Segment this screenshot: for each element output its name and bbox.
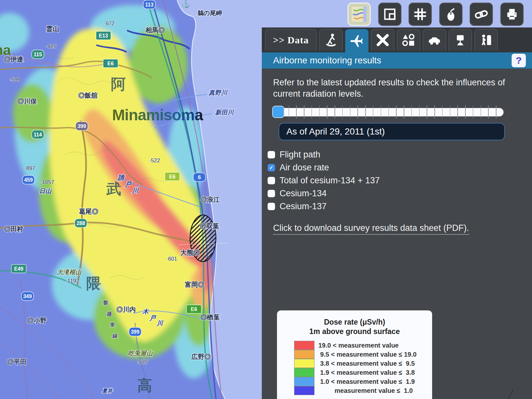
map-label: 大滝根山: [57, 269, 82, 275]
tab-car-survey[interactable]: [423, 29, 446, 51]
download-pdf-link[interactable]: Click to download survey results data sh…: [273, 223, 469, 235]
tab-airborne-monitoring[interactable]: [345, 29, 368, 53]
map-label: ◎双葉: [200, 222, 219, 230]
checkbox[interactable]: [268, 151, 275, 158]
legend-swatch-yellow: [294, 359, 314, 368]
legend-swatch-blue: [294, 386, 314, 395]
checkbox-label: Total of cesium-134 + 137: [280, 176, 380, 186]
layer-checkbox-list: Flight path ✓ Air dose rate Total of ces…: [268, 148, 521, 213]
tab-personal-dosimeter[interactable]: [474, 29, 498, 51]
road-badge: E13: [96, 31, 111, 40]
checkbox-row-cesium-134[interactable]: Cesium-134: [268, 187, 521, 200]
road-badge: 349: [21, 292, 34, 301]
link-icon: [474, 7, 489, 22]
map-label: ◎田村: [4, 225, 23, 232]
checkbox-row-flight-path[interactable]: Flight path: [268, 148, 521, 161]
map-label: 真野川: [208, 89, 228, 96]
tab-monitoring-post[interactable]: [449, 29, 472, 51]
legend-row: 3.8 < measurement value ≤ 9.5: [294, 359, 432, 368]
legend-row: 1.9 < measurement value ≤ 3.8: [294, 368, 432, 377]
map-label: ·522: [149, 157, 160, 164]
map-label: 隈: [86, 275, 101, 292]
map-label: ◎浪江: [200, 196, 220, 203]
map-label: 線: [112, 333, 118, 339]
intro-text: Refer to the latest updated results to c…: [273, 77, 514, 100]
svg-text:E49: E49: [14, 266, 24, 272]
panel-body: Refer to the latest updated results to c…: [262, 77, 532, 399]
legend-row: 19.0 < measurement value: [294, 341, 432, 350]
road-badge: E6: [103, 59, 118, 68]
checkbox-row-air-dose-rate[interactable]: ✓ Air dose rate: [268, 161, 521, 174]
dose-legend-card: Dose rate (μSv/h) 1m above ground surfac…: [277, 310, 432, 399]
svg-text:288: 288: [77, 221, 85, 226]
toolbar-button-print[interactable]: [500, 3, 524, 26]
tab-walking-survey[interactable]: [319, 29, 343, 51]
date-slider[interactable]: [273, 107, 504, 116]
toolbar-button-mouse[interactable]: [439, 3, 463, 26]
toolbar-button-link[interactable]: [470, 3, 493, 26]
map-label: ·875: [137, 359, 148, 365]
map-label: 日山: [39, 188, 52, 194]
map-label: ⚓: [181, 0, 190, 8]
map-label: ◎川内: [116, 306, 136, 313]
checkbox-row-cesium-137[interactable]: Cesium-137: [268, 200, 521, 213]
tab-data[interactable]: >> Data: [265, 29, 317, 51]
slider-handle[interactable]: [272, 106, 284, 118]
map-label: 新田川: [215, 109, 234, 116]
map-label: ◎川俣: [17, 98, 37, 105]
tab-soil-sampling[interactable]: [397, 29, 420, 51]
map-label: ·1057: [40, 179, 54, 185]
map-label: 相馬◎: [145, 27, 165, 34]
svg-text:459: 459: [24, 177, 33, 183]
legend-swatch-green: [294, 368, 314, 377]
checkbox-label: Cesium-134: [280, 189, 327, 199]
printer-icon: [505, 7, 519, 22]
svg-text:E6: E6: [107, 61, 114, 66]
legend-row: measurement value ≤ 1.0: [294, 386, 432, 395]
map-label: Minamisoma: [112, 106, 203, 124]
map-label: ◎楢葉: [200, 314, 220, 321]
svg-text:113: 113: [145, 2, 154, 7]
layout-frame-icon: [382, 7, 397, 22]
checkbox-label: Cesium-137: [280, 201, 327, 211]
legend-rows: 19.0 < measurement value 9.5 < measureme…: [294, 341, 432, 395]
mouse-icon: [443, 7, 458, 22]
legend-swatch-red: [294, 341, 314, 350]
map-label: 戸: [149, 315, 157, 321]
checkbox[interactable]: ✓: [268, 164, 275, 171]
road-badge: 114: [32, 130, 44, 139]
rotor-blades-icon: [375, 33, 390, 48]
map-label: ◎平田: [7, 358, 27, 365]
road-badge: 288: [75, 219, 87, 228]
road-badge: 115: [32, 50, 44, 59]
tab-rotor-survey[interactable]: [371, 29, 394, 51]
svg-text:115: 115: [34, 52, 42, 57]
map-label: 霊山: [46, 25, 59, 32]
toolbar-button-layout[interactable]: [378, 3, 401, 26]
map-label: ◎小野: [27, 317, 47, 324]
map-label: 鵜の尾岬: [197, 10, 222, 16]
map-label: 葛尾◎: [79, 208, 98, 215]
car-icon: [427, 33, 442, 48]
side-panel: >> Data: [262, 27, 532, 399]
toolbar-button-map-preview[interactable]: [347, 3, 371, 26]
walking-survey-icon: [324, 33, 338, 48]
checkbox-row-cesium-total[interactable]: Total of cesium-134 + 137: [268, 174, 521, 187]
road-badge: E6: [165, 172, 180, 181]
map-label: 越: [106, 311, 112, 317]
toolbar-button-grid[interactable]: [409, 3, 432, 26]
checkbox[interactable]: [268, 190, 275, 197]
map-label: ·897: [24, 165, 35, 171]
road-badge: 399: [129, 328, 141, 336]
legend-row: 9.5 < measurement value ≤ 19.0: [294, 350, 432, 359]
map-label: ·1192: [66, 278, 79, 284]
map-label: ◎飯舘: [78, 92, 98, 99]
help-button[interactable]: ?: [512, 54, 526, 67]
svg-text:6: 6: [198, 175, 201, 180]
tab-strip: >> Data: [262, 27, 532, 52]
map-label: 富岡◎: [185, 281, 204, 288]
checkbox[interactable]: [268, 177, 275, 184]
map-label: 磐: [103, 300, 108, 306]
checkbox[interactable]: [268, 203, 275, 210]
checkbox-label: Air dose rate: [280, 163, 329, 173]
